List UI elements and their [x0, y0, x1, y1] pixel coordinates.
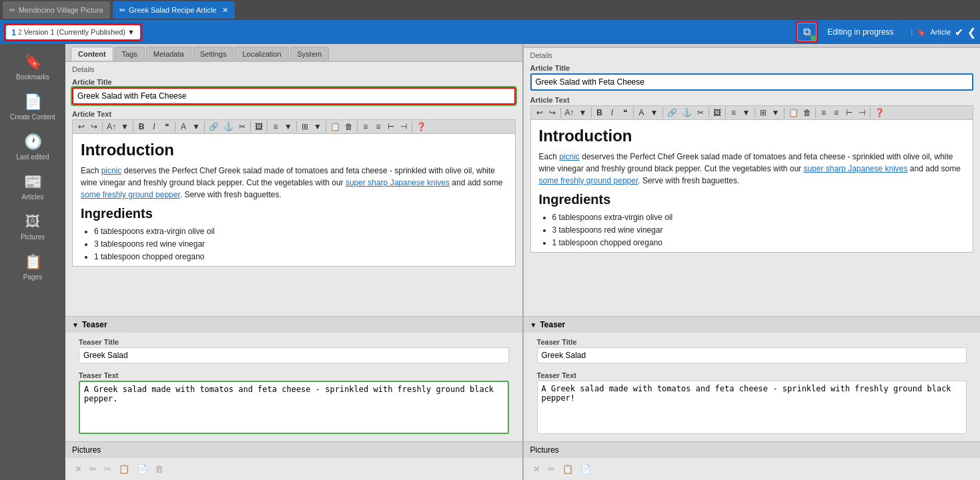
rt-redo[interactable]: ↪: [88, 121, 100, 132]
rt-font-size[interactable]: A↑: [105, 121, 118, 132]
rt-align[interactable]: ≡: [270, 121, 282, 132]
rt-delete[interactable]: 🗑: [343, 121, 355, 132]
pic-btn-edit-right[interactable]: ✏: [545, 463, 558, 475]
tab-close-button[interactable]: ✕: [222, 6, 228, 15]
tab-localization[interactable]: Localization: [235, 47, 288, 61]
rt-italic-r[interactable]: I: [606, 107, 618, 118]
pic-btn-x-left[interactable]: ✕: [72, 463, 85, 475]
rt-list-ol-r[interactable]: ≡: [818, 107, 830, 118]
rt-quote-r[interactable]: ❝: [619, 107, 631, 118]
sidebar-item-pictures[interactable]: 🖼 Pictures: [3, 208, 63, 247]
rt-table-r[interactable]: ⊞: [757, 107, 769, 118]
rt-font-dropdown[interactable]: ▼: [119, 121, 131, 132]
editing-status: Editing in progress: [827, 27, 893, 37]
pic-btn-copy-left[interactable]: 📋: [116, 463, 132, 475]
rt-indent-out[interactable]: ⊣: [398, 121, 410, 132]
teaser-text-label-right: Teaser Text: [537, 371, 967, 379]
left-rich-toolbar: ↩ ↪ A↑ ▼ B I ❝ A ▼ 🔗 ⚓ ✂: [72, 119, 516, 133]
rt-table[interactable]: ⊞: [299, 121, 311, 132]
sidebar-item-last-edited[interactable]: 🕐 Last edited: [3, 128, 63, 167]
tab-greek-salad[interactable]: ✏ Greek Salad Recipe Article ✕: [113, 1, 235, 19]
pic-btn-edit-left[interactable]: ✏: [87, 463, 99, 475]
right-article-content[interactable]: Introduction Each picnic deserves the Pe…: [530, 119, 974, 253]
rt-align-drop-r[interactable]: ▼: [741, 107, 753, 118]
rt-list-ul[interactable]: ≡: [372, 121, 384, 132]
teaser-title-input-right[interactable]: [537, 347, 967, 363]
rt-color-drop-r[interactable]: ▼: [648, 107, 660, 118]
knives-link-left[interactable]: super sharp Japanese knives: [346, 178, 450, 187]
rt-indent-in[interactable]: ⊢: [385, 121, 397, 132]
rt-copy-r[interactable]: 📋: [787, 107, 801, 118]
tab-metadata[interactable]: Metadata: [146, 47, 191, 61]
rt-color-drop[interactable]: ▼: [190, 121, 202, 132]
teaser-collapsible-left[interactable]: ▼ Teaser: [65, 316, 522, 333]
rt-bold-r[interactable]: B: [594, 107, 606, 118]
tab-mendocino[interactable]: ✏ Mendocino Village Picture: [3, 1, 110, 19]
compare-button[interactable]: ⧉: [797, 23, 817, 41]
left-article-wrapper: Introduction Each picnic deserves the Pe…: [72, 133, 516, 267]
rt-bold[interactable]: B: [135, 121, 147, 132]
rt-list-ul-r[interactable]: ≡: [831, 107, 843, 118]
rt-color[interactable]: A: [177, 121, 189, 132]
left-article-title-input[interactable]: [72, 87, 516, 105]
rt-help-r[interactable]: ❓: [873, 107, 887, 118]
pic-btn-x-right[interactable]: ✕: [530, 463, 543, 475]
left-article-text-label: Article Text: [72, 110, 516, 118]
rt-anchor-r[interactable]: ⚓: [680, 107, 694, 118]
version-button[interactable]: 1 2 Version 1 (Currently Published) ▼: [6, 25, 140, 39]
rt-table-drop-r[interactable]: ▼: [770, 107, 782, 118]
rt-scissors-r[interactable]: ✂: [694, 107, 706, 118]
pic-btn-copy-right[interactable]: 📋: [560, 463, 576, 475]
rt-redo-r[interactable]: ↪: [546, 107, 558, 118]
rt-help[interactable]: ❓: [414, 121, 428, 132]
rt-align-drop[interactable]: ▼: [282, 121, 294, 132]
rt-font-drop-r[interactable]: ▼: [577, 107, 589, 118]
pepper-link-left[interactable]: some freshly ground pepper: [81, 190, 180, 199]
rt-table-drop[interactable]: ▼: [312, 121, 324, 132]
sidebar-item-pages[interactable]: 📋 Pages: [3, 248, 63, 287]
rt-scissors[interactable]: ✂: [236, 121, 248, 132]
rt-link-r[interactable]: 🔗: [665, 107, 679, 118]
picnic-link-right[interactable]: picnic: [559, 152, 580, 161]
right-article-title-input[interactable]: [530, 73, 974, 91]
pic-btn-delete-left[interactable]: 🗑: [152, 463, 166, 475]
pepper-link-right[interactable]: some freshly ground pepper: [539, 176, 638, 185]
teaser-title-input-left[interactable]: [79, 347, 509, 363]
rt-quote[interactable]: ❝: [161, 121, 173, 132]
sidebar-item-bookmarks[interactable]: 🔖 Bookmarks: [3, 48, 63, 87]
rt-italic[interactable]: I: [148, 121, 160, 132]
version-label: Version 1 (Currently Published): [24, 28, 125, 36]
rt-undo[interactable]: ↩: [75, 121, 87, 132]
rt-indent-in-r[interactable]: ⊢: [843, 107, 855, 118]
picnic-link-left[interactable]: picnic: [101, 166, 122, 175]
rt-copy[interactable]: 📋: [328, 121, 342, 132]
rt-indent-out-r[interactable]: ⊣: [856, 107, 868, 118]
tab-tags[interactable]: Tags: [115, 47, 145, 61]
pic-btn-cut-left[interactable]: ✂: [101, 463, 114, 475]
knives-link-right[interactable]: super sharp Japanese knives: [803, 164, 907, 173]
right-article-title-label: Article Title: [530, 64, 974, 72]
tab-settings[interactable]: Settings: [193, 47, 234, 61]
teaser-collapsible-right[interactable]: ▼ Teaser: [524, 316, 981, 333]
pic-btn-paste-left[interactable]: 📄: [134, 463, 150, 475]
rt-link[interactable]: 🔗: [207, 121, 221, 132]
tab-system[interactable]: System: [290, 47, 330, 61]
rt-image[interactable]: 🖼: [253, 121, 265, 132]
rt-image-r[interactable]: 🖼: [711, 107, 723, 118]
rt-font-size-r[interactable]: A↑: [563, 107, 576, 118]
tab-content[interactable]: Content: [71, 47, 113, 61]
sidebar-item-create-content[interactable]: 📄 Create Content: [3, 88, 63, 127]
left-article-content[interactable]: Introduction Each picnic deserves the Pe…: [72, 133, 516, 267]
rt-anchor[interactable]: ⚓: [221, 121, 235, 132]
rt-list-ol[interactable]: ≡: [360, 121, 372, 132]
rt-align-r[interactable]: ≡: [728, 107, 740, 118]
rt-undo-r[interactable]: ↩: [534, 107, 546, 118]
teaser-text-area-left[interactable]: A Greek salad made with tomatos and feta…: [79, 381, 509, 434]
arrow-left-icon[interactable]: ❮: [967, 26, 976, 39]
sidebar-item-articles[interactable]: 📰 Articles: [3, 168, 63, 207]
rt-delete-r[interactable]: 🗑: [801, 107, 813, 118]
pic-btn-paste-right[interactable]: 📄: [578, 463, 594, 475]
teaser-text-area-right[interactable]: A Greek salad made with tomatos and feta…: [537, 381, 967, 434]
ingredient-1-left: 6 tablespoons extra-virgin olive oil: [94, 225, 507, 238]
rt-color-r[interactable]: A: [636, 107, 648, 118]
